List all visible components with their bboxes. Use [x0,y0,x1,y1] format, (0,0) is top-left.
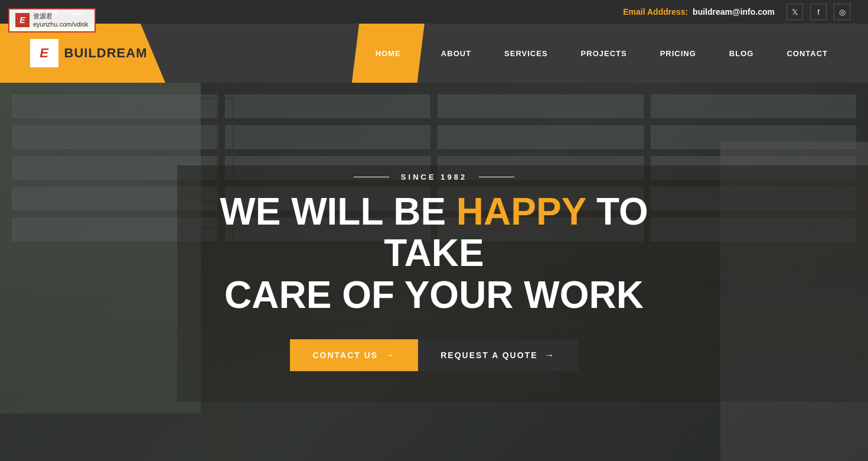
contact-us-label: CONTACT US [312,350,378,360]
watermark: E 资源君 eyunzhu.com/vdisk [8,8,96,33]
nav-pricing[interactable]: PRICING [644,24,713,83]
main-nav: HOME ABOUT SERVICES PROJECTS PRICING BLO… [177,24,868,83]
header: E BUILDREAM HOME ABOUT SERVICES PROJECTS… [0,24,868,83]
social-icons: 𝕏 f ◎ [787,4,850,20]
since-text: SINCE 1982 [401,173,467,181]
request-quote-button[interactable]: REQUEST A QUOTE → [418,339,577,371]
since-line-left [354,177,389,177]
email-info: Email Adddress: buildream@info.com [623,7,775,17]
hero-title-line2: CARE OF YOUR WORK [168,274,700,316]
hero-title: WE WILL BE HAPPY TO TAKE CARE OF YOUR WO… [168,191,700,316]
facebook-icon[interactable]: f [810,4,827,20]
contact-us-button[interactable]: CONTACT US → [290,339,418,371]
email-address: buildream@info.com [693,7,775,17]
hero-section: SINCE 1982 WE WILL BE HAPPY TO TAKE CARE… [0,83,868,461]
hero-buttons: CONTACT US → REQUEST A QUOTE → [290,339,577,371]
logo-area: E BUILDREAM [0,24,165,83]
nav-contact[interactable]: CONTACT [770,24,844,83]
email-label: Email Adddress: [623,7,688,17]
hero-content: SINCE 1982 WE WILL BE HAPPY TO TAKE CARE… [0,83,868,461]
top-bar-right: Email Adddress: buildream@info.com 𝕏 f ◎ [623,4,850,20]
nav-blog[interactable]: BLOG [713,24,771,83]
request-quote-label: REQUEST A QUOTE [440,350,537,360]
watermark-icon: E [15,13,30,27]
logo-icon: E [30,39,58,67]
hero-since: SINCE 1982 [354,173,514,181]
nav-home[interactable]: HOME [352,24,425,83]
contact-us-arrow: → [385,350,396,361]
since-line-right [479,177,514,177]
hero-title-highlight: HAPPY [456,190,586,233]
twitter-icon[interactable]: 𝕏 [787,4,803,20]
nav-projects[interactable]: PROJECTS [564,24,644,83]
brand-name: BUILDREAM [64,46,148,61]
nav-about[interactable]: ABOUT [425,24,488,83]
top-bar: +1 234 456 78910 Email Adddress: buildre… [0,0,868,24]
hero-title-line1: WE WILL BE HAPPY TO TAKE [168,191,700,274]
watermark-text: 资源君 eyunzhu.com/vdisk [33,12,89,29]
request-quote-arrow: → [545,350,556,361]
nav-services[interactable]: SERVICES [488,24,564,83]
hero-title-text1: WE WILL BE [220,190,456,233]
instagram-icon[interactable]: ◎ [834,4,850,20]
